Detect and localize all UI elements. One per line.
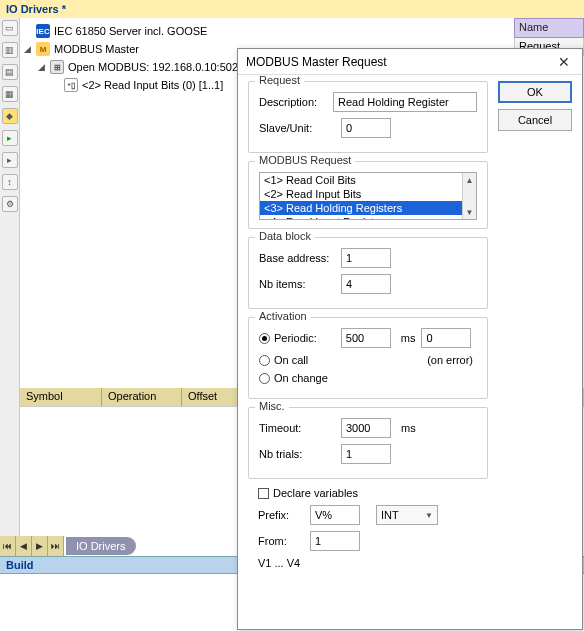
misc-group: Misc. Timeout: ms Nb trials: (248, 407, 488, 479)
ok-button[interactable]: OK (498, 81, 572, 103)
tool-item-icon[interactable]: ▭ (2, 20, 18, 36)
nb-trials-label: Nb trials: (259, 448, 335, 460)
tool-item-icon[interactable]: ▸ (2, 130, 18, 146)
timeout-input[interactable] (341, 418, 391, 438)
slave-input[interactable] (341, 118, 391, 138)
grid-col-operation[interactable]: Operation (102, 388, 182, 406)
description-input[interactable] (333, 92, 477, 112)
checkbox-icon (258, 488, 269, 499)
request-icon: *▯ (64, 78, 78, 92)
group-title: Data block (255, 230, 315, 242)
collapse-icon[interactable]: ◢ (22, 44, 32, 54)
tool-item-icon[interactable]: ▦ (2, 86, 18, 102)
base-address-label: Base address: (259, 252, 335, 264)
first-icon[interactable]: ⏮ (0, 536, 16, 556)
base-address-input[interactable] (341, 248, 391, 268)
close-icon[interactable]: ✕ (554, 52, 574, 72)
radio-checked-icon (259, 333, 270, 344)
variable-range: V1 ... V4 (258, 557, 300, 569)
chevron-down-icon: ▼ (425, 511, 433, 520)
prefix-label: Prefix: (258, 509, 304, 521)
next-icon[interactable]: ▶ (32, 536, 48, 556)
grid-col-symbol[interactable]: Symbol (20, 388, 102, 406)
tree-label: <2> Read Input Bits (0) [1..1] (82, 79, 223, 91)
list-item[interactable]: <2> Read Input Bits (260, 187, 476, 201)
tool-item-icon[interactable]: ◆ (2, 108, 18, 124)
onchange-radio[interactable]: On change (259, 372, 328, 384)
iec-icon: IEC (36, 24, 50, 38)
group-title: Request (255, 75, 304, 86)
type-value: INT (381, 509, 399, 521)
collapse-icon[interactable]: ◢ (36, 62, 46, 72)
dialog-title: MODBUS Master Request (246, 55, 387, 69)
radio-icon (259, 373, 270, 384)
datablock-group: Data block Base address: Nb items: (248, 237, 488, 309)
nb-items-input[interactable] (341, 274, 391, 294)
group-title: MODBUS Request (255, 154, 355, 166)
periodic-value-input[interactable] (341, 328, 391, 348)
tool-item-icon[interactable]: ▥ (2, 42, 18, 58)
list-item-selected[interactable]: <3> Read Holding Registers (260, 201, 476, 215)
function-listbox[interactable]: <1> Read Coil Bits <2> Read Input Bits <… (259, 172, 477, 220)
from-label: From: (258, 535, 304, 547)
from-input[interactable] (310, 531, 360, 551)
modbus-request-dialog: MODBUS Master Request ✕ OK Cancel Reques… (237, 48, 583, 630)
on-error-note: (on error) (427, 354, 473, 366)
tool-item-icon[interactable]: ⚙ (2, 196, 18, 212)
nb-items-label: Nb items: (259, 278, 335, 290)
last-icon[interactable]: ⏭ (48, 536, 64, 556)
declare-variables-checkbox[interactable]: Declare variables (258, 487, 478, 499)
declare-group: Declare variables Prefix: INT ▼ From: V1… (248, 487, 488, 583)
description-label: Description: (259, 96, 327, 108)
tree-label: MODBUS Master (54, 43, 139, 55)
right-pane-header: Name (514, 18, 584, 38)
tool-item-icon[interactable]: ▸ (2, 152, 18, 168)
tab-io-drivers[interactable]: IO Drivers (66, 537, 136, 555)
periodic-radio[interactable]: Periodic: (259, 332, 317, 344)
dialog-button-column: OK Cancel (498, 81, 572, 131)
port-icon: ⊞ (50, 60, 64, 74)
grid-col-offset[interactable]: Offset (182, 388, 242, 406)
modbus-icon: M (36, 42, 50, 56)
tree-label: IEC 61850 Server incl. GOOSE (54, 25, 207, 37)
scroll-up-icon[interactable]: ▲ (463, 173, 476, 187)
panel-title: IO Drivers * (0, 0, 584, 19)
tab-nav-buttons: ⏮ ◀ ▶ ⏭ (0, 536, 64, 556)
prefix-input[interactable] (310, 505, 360, 525)
tool-item-icon[interactable]: ↕ (2, 174, 18, 190)
timeout-label: Timeout: (259, 422, 335, 434)
list-item[interactable]: <4> Read Input Registers (260, 215, 476, 220)
dialog-titlebar: MODBUS Master Request ✕ (238, 49, 582, 75)
list-item[interactable]: <1> Read Coil Bits (260, 173, 476, 187)
cancel-button[interactable]: Cancel (498, 109, 572, 131)
group-title: Activation (255, 310, 311, 322)
ms-unit: ms (401, 332, 416, 344)
modbus-request-group: MODBUS Request <1> Read Coil Bits <2> Re… (248, 161, 488, 229)
scroll-down-icon[interactable]: ▼ (463, 205, 476, 219)
slave-label: Slave/Unit: (259, 122, 335, 134)
oncall-radio[interactable]: On call (259, 354, 308, 366)
tree-label: Open MODBUS: 192.168.0.10:502 (68, 61, 238, 73)
prev-icon[interactable]: ◀ (16, 536, 32, 556)
tool-item-icon[interactable]: ▤ (2, 64, 18, 80)
group-title: Misc. (255, 400, 289, 412)
radio-icon (259, 355, 270, 366)
nb-trials-input[interactable] (341, 444, 391, 464)
listbox-scrollbar[interactable]: ▲ ▼ (462, 173, 476, 219)
tree-node-iec[interactable]: IEC IEC 61850 Server incl. GOOSE (22, 22, 582, 40)
request-group: Request Description: Slave/Unit: (248, 81, 488, 153)
error-delay-input[interactable] (421, 328, 471, 348)
activation-group: Activation Periodic: ms On call (on erro… (248, 317, 488, 399)
ms-unit: ms (401, 422, 416, 434)
type-combo[interactable]: INT ▼ (376, 505, 438, 525)
